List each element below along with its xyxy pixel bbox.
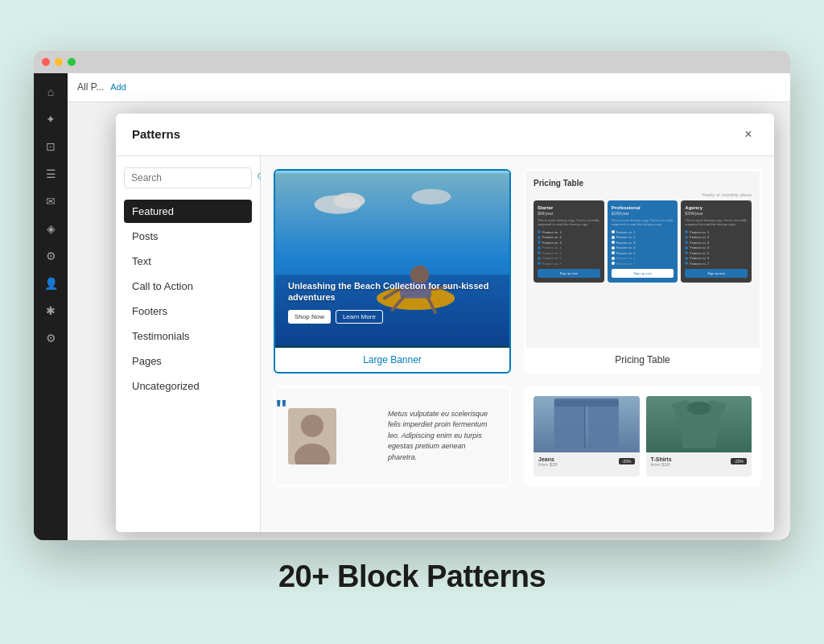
wp-tools-icon[interactable]: ✱ [39,299,63,323]
product-info-jeans: Jeans from $28 -25% [534,452,640,471]
wp-pages-icon[interactable]: ☰ [39,162,63,186]
tshirt-badge: -20% [731,458,747,464]
feature-row: Feature no. 4 [538,246,600,250]
sidebar-item-text[interactable]: Text [124,250,252,273]
feature-row: Feature no. 1 [685,230,748,234]
testimonial-avatar [288,408,336,464]
banner-btn-learn[interactable]: Learn More [336,310,383,324]
large-banner-preview: Unleashing the Beach Collection for sun-… [275,171,509,348]
sidebar-item-testimonials[interactable]: Testimonials [124,324,252,348]
products-preview: Jeans from $28 -25% [525,388,760,485]
wp-editor-topbar: All P... Add [68,73,790,102]
wp-settings-icon[interactable]: ⚙ [39,326,63,350]
feature-row: Feature no. 5 [538,251,600,255]
editor-area: All P... Add Patterns × 🔍 [68,73,790,540]
feature-row: Feature no. 2 [538,235,600,239]
footer-headline: 20+ Block Patterns [278,559,546,594]
feature-row: Feature no. 6 [612,256,674,260]
pattern-testimonial[interactable]: " Metus vulputate eu scelerisque felis i… [274,386,511,486]
wp-comments-icon[interactable]: ✉ [39,189,63,213]
minimize-dot[interactable] [55,58,63,66]
banner-btn-shop[interactable]: Shop Now [288,310,331,324]
pricing-cta-pro[interactable]: Sign up now [612,269,674,278]
wp-appearance-icon[interactable]: ◈ [39,217,63,241]
feature-row: Feature no. 5 [612,251,674,255]
modal-close-button[interactable]: × [739,125,758,144]
browser-window: ⌂ ✦ ⊡ ☰ ✉ ◈ ⚙ 👤 ✱ ⚙ All P... Add P [34,51,790,540]
jeans-name: Jeans [538,456,558,462]
feature-row: Feature no. 4 [685,246,748,250]
feature-row: Feature no. 6 [685,256,748,260]
wp-home-icon[interactable]: ⌂ [39,80,63,104]
pricing-table-subtitle: Yearly or monthly plans [534,192,752,197]
search-input[interactable] [131,172,252,184]
svg-rect-19 [588,400,619,448]
wp-admin-sidebar: ⌂ ✦ ⊡ ☰ ✉ ◈ ⚙ 👤 ✱ ⚙ [34,73,68,540]
sidebar-item-footers[interactable]: Footers [124,299,252,323]
feature-row: Feature no. 4 [612,246,674,250]
pricing-cta-starter[interactable]: Sign up now [538,269,600,278]
large-banner-label: Large Banner [275,348,509,372]
feature-row: Feature no. 1 [612,230,674,234]
pattern-pricing-table[interactable]: Pricing Table Yearly or monthly plans St… [524,169,761,374]
jeans-price: from $28 [538,462,558,467]
pattern-products[interactable]: Jeans from $28 -25% [524,386,761,486]
jeans-badge: -25% [619,458,635,464]
feature-row: Feature no. 2 [685,235,748,239]
page-footer: 20+ Block Patterns [278,559,546,594]
pricing-table-label: Pricing Table [525,348,760,372]
sidebar-item-uncategorized[interactable]: Uncategorized [124,374,252,398]
pricing-table-title: Pricing Table [534,179,752,188]
jeans-image [534,396,640,452]
pricing-col-agency: Agency $399/year This is some dummy copy… [681,200,752,283]
maximize-dot[interactable] [68,58,76,66]
feature-row: Feature no. 5 [685,251,748,255]
product-info-tshirt: T-Shirts from $18 -20% [646,452,752,471]
feature-row: Feature no. 7 [685,262,748,266]
product-card-jeans[interactable]: Jeans from $28 -25% [534,396,640,477]
wp-media-icon[interactable]: ⊡ [39,134,63,159]
banner-headline: Unleashing the Beach Collection for sun-… [288,280,496,303]
feature-row: Feature no. 3 [685,241,748,245]
testimonial-text: Metus vulputate eu scelerisque felis imp… [364,409,496,464]
svg-point-24 [686,402,711,415]
wp-posts-icon[interactable]: ✦ [39,107,63,131]
sidebar-item-pages[interactable]: Pages [124,349,252,373]
feature-row: Feature no. 6 [538,256,600,260]
sidebar-item-posts[interactable]: Posts [124,225,252,248]
editor-topbar-label: All P... [77,81,104,93]
banner-buttons: Shop Now Learn More [288,310,496,324]
browser-titlebar [34,51,790,73]
search-box[interactable]: 🔍 [124,167,252,188]
feature-row: Feature no. 1 [538,230,600,234]
sidebar-item-featured[interactable]: Featured [124,200,252,223]
add-button[interactable]: Add [110,82,126,92]
pricing-table-preview: Pricing Table Yearly or monthly plans St… [525,171,760,348]
pricing-col-professional: Professional $199/year This is some dumm… [608,200,678,283]
quote-mark: " [275,396,287,422]
feature-row: Feature no. 3 [538,241,600,245]
modal-title: Patterns [132,127,180,141]
modal-body: 🔍 Featured Posts Text Call to Action Foo… [116,156,774,532]
tshirt-price: from $18 [651,462,672,467]
sidebar-item-cta[interactable]: Call to Action [124,275,252,298]
pattern-large-banner[interactable]: Unleashing the Beach Collection for sun-… [274,169,511,374]
feature-row: Feature no. 2 [612,235,674,239]
patterns-content[interactable]: Unleashing the Beach Collection for sun-… [261,156,774,532]
feature-row: Feature no. 7 [538,262,600,266]
testimonial-preview: " Metus vulputate eu scelerisque felis i… [275,388,509,485]
modal-header: Patterns × [116,114,774,156]
tshirt-image [646,396,752,452]
pricing-columns: Starter $99/year This is some dummy copy… [534,200,752,283]
patterns-modal: Patterns × 🔍 Featured Posts Text Ca [116,114,774,532]
banner-text: Unleashing the Beach Collection for sun-… [288,280,496,324]
pricing-col-starter: Starter $99/year This is some dummy copy… [534,200,604,283]
close-dot[interactable] [42,58,50,66]
product-card-tshirt[interactable]: T-Shirts from $18 -20% [646,396,752,477]
patterns-sidebar: 🔍 Featured Posts Text Call to Action Foo… [116,156,261,532]
tshirt-name: T-Shirts [651,456,672,462]
pricing-cta-agency[interactable]: Sign up now [685,269,748,278]
wp-users-icon[interactable]: 👤 [39,271,63,295]
wp-plugins-icon[interactable]: ⚙ [39,244,63,268]
testimonial-text-area: " Metus vulputate eu scelerisque felis i… [348,409,496,464]
